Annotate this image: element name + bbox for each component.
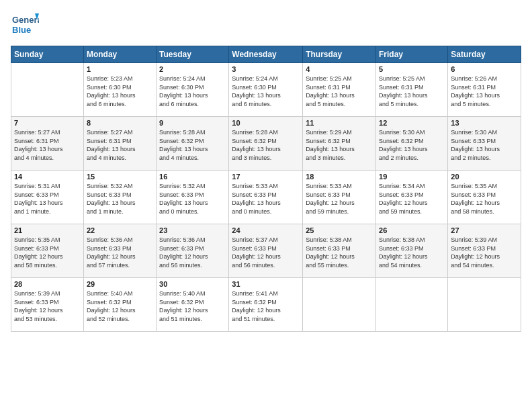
day-number: 30 — [159, 280, 226, 288]
day-number: 9 — [159, 119, 226, 127]
col-header-friday: Friday — [376, 46, 448, 63]
day-info: Sunrise: 5:36 AM Sunset: 6:33 PM Dayligh… — [159, 236, 226, 269]
calendar-cell: 2Sunrise: 5:24 AM Sunset: 6:30 PM Daylig… — [157, 63, 229, 117]
day-number: 18 — [306, 173, 373, 181]
calendar-week-row: 14Sunrise: 5:31 AM Sunset: 6:33 PM Dayli… — [11, 171, 521, 224]
day-number: 10 — [232, 119, 300, 127]
day-number: 11 — [306, 119, 373, 127]
calendar-cell: 26Sunrise: 5:38 AM Sunset: 6:33 PM Dayli… — [376, 224, 448, 278]
calendar-header-row: SundayMondayTuesdayWednesdayThursdayFrid… — [11, 46, 521, 63]
day-number: 5 — [379, 65, 445, 73]
calendar-cell: 21Sunrise: 5:35 AM Sunset: 6:33 PM Dayli… — [11, 224, 84, 278]
calendar-cell: 20Sunrise: 5:35 AM Sunset: 6:33 PM Dayli… — [448, 171, 521, 224]
day-number: 15 — [87, 173, 153, 181]
day-number: 13 — [451, 119, 518, 127]
day-info: Sunrise: 5:25 AM Sunset: 6:31 PM Dayligh… — [306, 75, 373, 108]
day-info: Sunrise: 5:28 AM Sunset: 6:32 PM Dayligh… — [159, 128, 226, 162]
calendar-cell: 31Sunrise: 5:41 AM Sunset: 6:32 PM Dayli… — [229, 278, 303, 332]
day-info: Sunrise: 5:33 AM Sunset: 6:33 PM Dayligh… — [306, 182, 373, 216]
calendar-cell: 3Sunrise: 5:24 AM Sunset: 6:30 PM Daylig… — [229, 63, 303, 117]
svg-text:General: General — [12, 15, 39, 25]
day-number: 27 — [451, 226, 518, 234]
calendar-cell: 13Sunrise: 5:30 AM Sunset: 6:33 PM Dayli… — [448, 117, 521, 171]
calendar-cell: 1Sunrise: 5:23 AM Sunset: 6:30 PM Daylig… — [83, 63, 156, 117]
day-info: Sunrise: 5:41 AM Sunset: 6:32 PM Dayligh… — [232, 289, 300, 323]
day-info: Sunrise: 5:26 AM Sunset: 6:31 PM Dayligh… — [451, 75, 518, 108]
day-info: Sunrise: 5:23 AM Sunset: 6:30 PM Dayligh… — [87, 75, 153, 108]
day-number: 25 — [306, 226, 373, 234]
day-info: Sunrise: 5:36 AM Sunset: 6:33 PM Dayligh… — [87, 236, 153, 269]
calendar-cell: 18Sunrise: 5:33 AM Sunset: 6:33 PM Dayli… — [303, 171, 376, 224]
day-info: Sunrise: 5:35 AM Sunset: 6:33 PM Dayligh… — [14, 236, 81, 269]
day-number: 2 — [159, 65, 226, 73]
day-number: 22 — [87, 226, 153, 234]
day-info: Sunrise: 5:32 AM Sunset: 6:33 PM Dayligh… — [87, 182, 153, 216]
calendar-cell: 24Sunrise: 5:37 AM Sunset: 6:33 PM Dayli… — [229, 224, 303, 278]
day-number: 28 — [14, 280, 81, 288]
day-number: 24 — [232, 226, 300, 234]
day-info: Sunrise: 5:38 AM Sunset: 6:33 PM Dayligh… — [379, 236, 445, 269]
day-number: 16 — [159, 173, 226, 181]
calendar-cell — [376, 278, 448, 332]
col-header-wednesday: Wednesday — [229, 46, 303, 63]
day-info: Sunrise: 5:28 AM Sunset: 6:32 PM Dayligh… — [232, 128, 300, 162]
calendar-cell: 14Sunrise: 5:31 AM Sunset: 6:33 PM Dayli… — [11, 171, 84, 224]
calendar-cell: 6Sunrise: 5:26 AM Sunset: 6:31 PM Daylig… — [448, 63, 521, 117]
logo-svg: General Blue — [11, 11, 39, 39]
calendar-cell: 9Sunrise: 5:28 AM Sunset: 6:32 PM Daylig… — [157, 117, 229, 171]
calendar-cell — [303, 278, 376, 332]
day-number: 1 — [87, 65, 153, 73]
calendar-cell: 17Sunrise: 5:33 AM Sunset: 6:33 PM Dayli… — [229, 171, 303, 224]
col-header-monday: Monday — [83, 46, 156, 63]
page-container: General Blue SundayMondayTuesdayWednesda… — [0, 0, 532, 338]
day-info: Sunrise: 5:39 AM Sunset: 6:33 PM Dayligh… — [14, 289, 81, 323]
day-info: Sunrise: 5:31 AM Sunset: 6:33 PM Dayligh… — [14, 182, 81, 216]
day-number: 8 — [87, 119, 153, 127]
day-info: Sunrise: 5:24 AM Sunset: 6:30 PM Dayligh… — [232, 75, 300, 108]
day-number: 29 — [87, 280, 153, 288]
calendar-table: SundayMondayTuesdayWednesdayThursdayFrid… — [11, 46, 521, 332]
calendar-cell: 15Sunrise: 5:32 AM Sunset: 6:33 PM Dayli… — [83, 171, 156, 224]
day-info: Sunrise: 5:27 AM Sunset: 6:31 PM Dayligh… — [14, 128, 81, 162]
calendar-cell: 4Sunrise: 5:25 AM Sunset: 6:31 PM Daylig… — [303, 63, 376, 117]
calendar-cell: 12Sunrise: 5:30 AM Sunset: 6:32 PM Dayli… — [376, 117, 448, 171]
day-number: 17 — [232, 173, 300, 181]
calendar-cell: 10Sunrise: 5:28 AM Sunset: 6:32 PM Dayli… — [229, 117, 303, 171]
col-header-tuesday: Tuesday — [157, 46, 229, 63]
calendar-cell — [448, 278, 521, 332]
calendar-cell: 22Sunrise: 5:36 AM Sunset: 6:33 PM Dayli… — [83, 224, 156, 278]
calendar-cell: 7Sunrise: 5:27 AM Sunset: 6:31 PM Daylig… — [11, 117, 84, 171]
day-info: Sunrise: 5:35 AM Sunset: 6:33 PM Dayligh… — [451, 182, 518, 216]
day-number: 7 — [14, 119, 81, 127]
calendar-week-row: 7Sunrise: 5:27 AM Sunset: 6:31 PM Daylig… — [11, 117, 521, 171]
day-info: Sunrise: 5:30 AM Sunset: 6:32 PM Dayligh… — [379, 128, 445, 162]
day-info: Sunrise: 5:34 AM Sunset: 6:33 PM Dayligh… — [379, 182, 445, 216]
calendar-week-row: 28Sunrise: 5:39 AM Sunset: 6:33 PM Dayli… — [11, 278, 521, 332]
day-info: Sunrise: 5:40 AM Sunset: 6:32 PM Dayligh… — [159, 289, 226, 323]
calendar-week-row: 21Sunrise: 5:35 AM Sunset: 6:33 PM Dayli… — [11, 224, 521, 278]
day-number: 26 — [379, 226, 445, 234]
day-info: Sunrise: 5:37 AM Sunset: 6:33 PM Dayligh… — [232, 236, 300, 269]
calendar-cell: 27Sunrise: 5:39 AM Sunset: 6:33 PM Dayli… — [448, 224, 521, 278]
day-info: Sunrise: 5:30 AM Sunset: 6:33 PM Dayligh… — [451, 128, 518, 162]
day-number: 3 — [232, 65, 300, 73]
day-number: 6 — [451, 65, 518, 73]
col-header-sunday: Sunday — [11, 46, 84, 63]
calendar-cell: 8Sunrise: 5:27 AM Sunset: 6:31 PM Daylig… — [83, 117, 156, 171]
svg-text:Blue: Blue — [12, 25, 31, 35]
calendar-cell: 11Sunrise: 5:29 AM Sunset: 6:32 PM Dayli… — [303, 117, 376, 171]
day-info: Sunrise: 5:27 AM Sunset: 6:31 PM Dayligh… — [87, 128, 153, 162]
calendar-cell: 19Sunrise: 5:34 AM Sunset: 6:33 PM Dayli… — [376, 171, 448, 224]
day-number: 31 — [232, 280, 300, 288]
day-info: Sunrise: 5:38 AM Sunset: 6:33 PM Dayligh… — [306, 236, 373, 269]
col-header-thursday: Thursday — [303, 46, 376, 63]
day-number: 19 — [379, 173, 445, 181]
calendar-cell: 25Sunrise: 5:38 AM Sunset: 6:33 PM Dayli… — [303, 224, 376, 278]
col-header-saturday: Saturday — [448, 46, 521, 63]
day-number: 12 — [379, 119, 445, 127]
day-number: 4 — [306, 65, 373, 73]
day-info: Sunrise: 5:25 AM Sunset: 6:31 PM Dayligh… — [379, 75, 445, 108]
day-number: 21 — [14, 226, 81, 234]
day-number: 23 — [159, 226, 226, 234]
logo: General Blue — [11, 11, 39, 39]
